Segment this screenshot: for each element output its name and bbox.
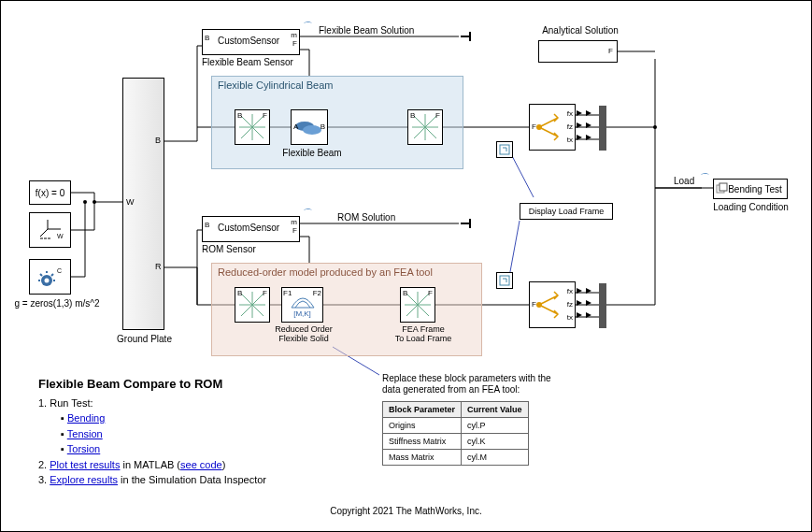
- variant-icon: [716, 182, 729, 195]
- tension-link[interactable]: Tension: [67, 428, 103, 439]
- scope-icon: [498, 143, 511, 156]
- joint-top-left[interactable]: B F: [235, 109, 270, 145]
- log-icon-2: ⌒: [303, 207, 313, 221]
- display-load-frame-text: Display Load Frame: [529, 207, 605, 216]
- region-bottom-title: Reduced-order model produced by an FEA t…: [218, 266, 433, 278]
- rom-sensor-title: CustomSensor: [218, 223, 279, 233]
- torsion-link[interactable]: Torsion: [67, 443, 100, 454]
- flexible-sensor-label: Flexible Beam Sensor: [202, 57, 293, 67]
- flexible-beam-sensor[interactable]: B CustomSensor mF: [202, 29, 300, 55]
- joint-top-right[interactable]: B F: [407, 109, 443, 145]
- analytical-port-f: F: [608, 48, 613, 55]
- svg-marker-13: [586, 312, 591, 318]
- svg-point-20: [303, 125, 321, 135]
- see-code-link[interactable]: see code: [180, 459, 222, 470]
- ground-port-b: B: [155, 136, 161, 145]
- constant-block[interactable]: f(x) = 0: [29, 180, 71, 205]
- display-load-frame-block[interactable]: Display Load Frame: [520, 203, 613, 220]
- gear-icon: C: [36, 264, 64, 290]
- svg-point-1: [83, 200, 87, 204]
- param-table: Block ParameterCurrent Value Originscyl.…: [382, 401, 529, 466]
- instructions-panel: Flexible Beam Compare to ROM 1. Run Test…: [38, 375, 266, 488]
- flexible-beam-label: Flexible Beam: [279, 148, 345, 158]
- force-torque-top[interactable]: F fx fz tx: [529, 104, 576, 151]
- sensor-port-f: F: [292, 39, 297, 48]
- svg-marker-7: [586, 135, 591, 140]
- svg-marker-9: [586, 288, 591, 294]
- svg-marker-4: [577, 110, 582, 116]
- rom-block-label: Reduced Order Flexible Solid: [268, 325, 339, 344]
- svg-marker-6: [577, 122, 582, 128]
- ground-port-r: R: [155, 262, 162, 271]
- world-frame-icon: W: [36, 218, 64, 242]
- terminator-bottom[interactable]: [461, 219, 474, 228]
- sensor-port-m: m: [291, 31, 297, 39]
- th-value: Current Value: [462, 402, 529, 418]
- world-frame-block[interactable]: W: [29, 212, 71, 248]
- step1-text: 1. Run Test:: [38, 395, 266, 411]
- flex-signal-label: Flexible Beam Solution: [319, 25, 414, 36]
- rom-sensor-port-m: m: [291, 218, 297, 226]
- svg-marker-12: [577, 300, 582, 306]
- rom-signal-label: ROM Solution: [337, 212, 395, 223]
- explore-results-link[interactable]: Explore results: [50, 474, 118, 485]
- frame-scope-top[interactable]: [496, 141, 513, 158]
- loading-block[interactable]: Bending Test: [713, 179, 788, 199]
- gravity-label: g = zeros(1,3) m/s^2: [10, 298, 104, 309]
- svg-marker-14: [577, 312, 582, 318]
- mechanism-config-block[interactable]: C: [29, 259, 71, 295]
- svg-point-2: [653, 125, 657, 129]
- rom-sensor-port-b: B: [205, 221, 209, 229]
- svg-rect-21: [500, 145, 509, 154]
- sensor-port-b: B: [205, 34, 209, 42]
- copyright: Copyright 2021 The MathWorks, Inc.: [1, 506, 811, 516]
- rom-sensor[interactable]: B CustomSensor mF: [202, 216, 300, 242]
- svg-point-17: [44, 279, 49, 283]
- svg-point-23: [536, 124, 542, 130]
- analytical-solution-block[interactable]: F: [538, 40, 618, 63]
- analytical-label: Analytical Solution: [538, 25, 622, 36]
- force-torque-bottom[interactable]: F fx fz tx: [529, 281, 576, 328]
- th-param: Block Parameter: [383, 402, 462, 418]
- plot-results-link[interactable]: Plot test results: [50, 459, 120, 470]
- reduced-order-solid-block[interactable]: F1 F2 [M,K]: [281, 287, 323, 323]
- svg-marker-5: [586, 122, 591, 128]
- svg-rect-26: [719, 183, 727, 191]
- terminator-top[interactable]: [461, 32, 474, 41]
- fea-frame-block[interactable]: B F: [400, 287, 435, 323]
- svg-marker-10: [577, 288, 582, 294]
- ground-port-w: W: [126, 197, 135, 207]
- rom-mk-label: [M,K]: [293, 309, 311, 318]
- rom-sensor-label: ROM Sensor: [202, 244, 256, 254]
- instructions-title: Flexible Beam Compare to ROM: [38, 375, 266, 394]
- svg-point-0: [93, 200, 96, 204]
- sensor-title: CustomSensor: [218, 36, 279, 46]
- svg-text:C: C: [57, 267, 62, 274]
- svg-point-24: [536, 302, 542, 308]
- load-signal-label: Load: [674, 176, 694, 186]
- scope-icon: [498, 274, 511, 287]
- log-icon-3: ⌒: [700, 171, 710, 185]
- flexible-beam-block[interactable]: A B: [291, 109, 328, 145]
- svg-marker-3: [586, 110, 591, 116]
- svg-rect-22: [500, 276, 509, 285]
- svg-text:W: W: [57, 233, 64, 239]
- rom-sensor-port-f: F: [292, 226, 297, 235]
- bus-top: [599, 106, 606, 151]
- svg-marker-8: [577, 135, 582, 140]
- table-caption: Replace these block parameters with the …: [382, 373, 569, 395]
- fea-frame-label: FEA Frame To Load Frame: [386, 325, 461, 344]
- loading-block-text: Bending Test: [728, 184, 782, 194]
- svg-marker-11: [586, 300, 591, 306]
- frame-scope-bottom[interactable]: [496, 272, 513, 289]
- region-top-title: Flexible Cylindrical Beam: [218, 79, 334, 91]
- joint-bottom-left[interactable]: B F: [235, 287, 270, 323]
- constant-label: f(x) = 0: [36, 188, 64, 198]
- bending-link[interactable]: Bending: [67, 412, 105, 424]
- log-icon: ⌒: [303, 20, 313, 34]
- loading-label: Loading Condition: [706, 202, 795, 212]
- bus-bottom: [599, 283, 606, 328]
- ground-plate-label: Ground Plate: [109, 334, 179, 344]
